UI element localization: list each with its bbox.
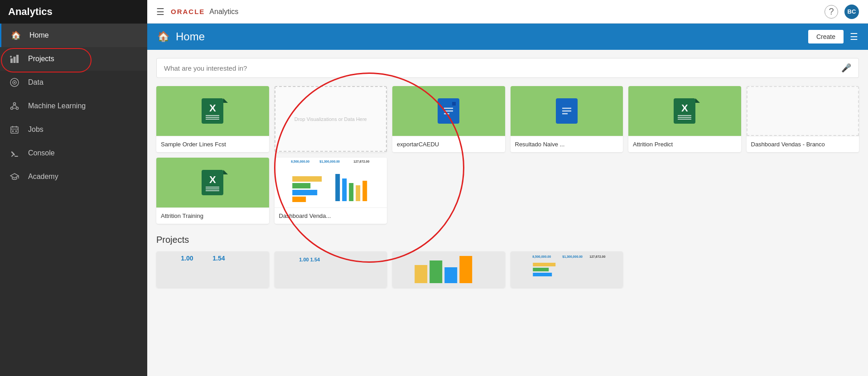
card-dashboard-venda-chart[interactable]: 8,500,000.00 $1,300,000.00 127,672.00: [275, 158, 387, 224]
svg-text:8,500,000.00: 8,500,000.00: [291, 160, 309, 164]
drop-hint-text: Drop Visualizations or Data Here: [291, 113, 371, 125]
svg-rect-13: [11, 127, 18, 133]
projects-section-title: Projects: [156, 235, 859, 245]
sidebar-title: Analytics: [8, 6, 53, 18]
excel-lines-sample: [206, 115, 219, 120]
svg-text:1.00 1.54: 1.00 1.54: [299, 257, 320, 262]
svg-rect-54: [533, 263, 555, 266]
project-card-2[interactable]: 1.00 1.54: [275, 251, 387, 288]
project-card-3[interactable]: [392, 251, 505, 288]
svg-text:$1,300,000.00: $1,300,000.00: [319, 160, 340, 164]
card-label-sample-order: Sample Order Lines Fcst: [156, 136, 269, 152]
card-thumb-dashboard-vendas: [747, 86, 859, 136]
svg-rect-37: [292, 190, 317, 195]
project-card-1[interactable]: 1.00 1.54: [156, 251, 269, 288]
topbar: ☰ ORACLE Analytics ? BC: [147, 0, 868, 24]
sidebar-item-data[interactable]: Data: [0, 71, 147, 94]
svg-text:1.54: 1.54: [212, 255, 225, 262]
sidebar-item-academy[interactable]: Academy: [0, 165, 147, 188]
svg-point-7: [14, 103, 16, 105]
card-dashboard-vendas-branco[interactable]: Dashboard Vendas - Branco: [747, 86, 859, 152]
sidebar-item-home[interactable]: 🏠 Home: [0, 24, 147, 47]
svg-rect-41: [349, 183, 353, 201]
sidebar-label-data: Data: [28, 78, 43, 87]
sidebar-item-ml[interactable]: Machine Learning: [0, 94, 147, 118]
header-menu-icon[interactable]: ☰: [850, 31, 858, 42]
card-thumb-attrition-training: X: [156, 158, 269, 207]
svg-rect-43: [362, 181, 367, 201]
card-thumb-resultado: [511, 86, 623, 136]
sidebar-label-ml: Machine Learning: [28, 102, 86, 110]
svg-point-6: [14, 82, 15, 83]
svg-rect-49: [444, 267, 457, 283]
project-card-4[interactable]: 8,500,000.00 $1,300,000.00 127,672.00: [511, 251, 623, 288]
svg-rect-40: [342, 178, 347, 201]
sidebar-label-jobs: Jobs: [28, 125, 43, 134]
sidebar-nav: 🏠 Home Projects: [0, 24, 147, 376]
doc-icon-exportar: [438, 98, 459, 124]
svg-rect-39: [335, 174, 340, 201]
microphone-icon[interactable]: 🎤: [841, 63, 851, 73]
svg-text:8,500,000.00: 8,500,000.00: [532, 255, 551, 259]
svg-point-3: [10, 56, 12, 58]
card-attrition-training[interactable]: X Attrition Training: [156, 158, 269, 224]
sidebar-label-projects: Projects: [28, 55, 54, 63]
sidebar-label-console: Console: [28, 149, 55, 157]
card-exportar[interactable]: exportarCAEDU: [392, 86, 505, 152]
card-thumb-empty: Drop Visualizations or Data Here: [275, 86, 387, 152]
svg-text:$1,300,000.00: $1,300,000.00: [562, 255, 583, 259]
sidebar-item-jobs[interactable]: Jobs: [0, 118, 147, 141]
hamburger-icon[interactable]: ☰: [156, 6, 164, 17]
svg-rect-24: [452, 102, 456, 106]
project-thumb-4: 8,500,000.00 $1,300,000.00 127,672.00: [511, 251, 623, 288]
excel-x-sample: X: [209, 102, 216, 114]
svg-rect-35: [292, 176, 322, 182]
card-thumb-dashboard-chart: 8,500,000.00 $1,300,000.00 127,672.00: [275, 158, 387, 207]
sidebar-item-projects[interactable]: Projects: [0, 47, 147, 71]
help-button[interactable]: ?: [825, 5, 838, 19]
svg-text:127,672.00: 127,672.00: [589, 255, 605, 259]
card-thumb-exportar: [392, 86, 505, 136]
svg-rect-50: [459, 256, 472, 283]
excel-x-attrition: X: [681, 102, 688, 114]
svg-rect-56: [533, 273, 552, 276]
console-icon: [9, 148, 20, 159]
card-label-attrition-training: Attrition Training: [156, 207, 269, 224]
svg-rect-55: [533, 268, 549, 271]
svg-rect-2: [16, 55, 19, 63]
data-icon: [9, 77, 20, 88]
excel-icon-sample: X: [202, 98, 223, 124]
excel-x-training: X: [209, 174, 216, 186]
sidebar-item-console[interactable]: Console: [0, 141, 147, 165]
sidebar: Analytics 🏠 Home Projects: [0, 0, 147, 376]
create-button[interactable]: Create: [808, 30, 844, 43]
academy-icon: [9, 171, 20, 182]
project-thumb-2: 1.00 1.54: [275, 251, 387, 288]
svg-rect-18: [15, 130, 17, 132]
svg-rect-48: [429, 260, 442, 283]
content-area: 🎤 X Sample Order Lines Fcst: [147, 50, 868, 376]
home-header-icon: 🏠: [157, 31, 169, 43]
project-thumb-3: [392, 251, 505, 288]
svg-text:1.00: 1.00: [181, 255, 193, 262]
recent-items-grid: X Sample Order Lines Fcst Drop Visualiza…: [156, 86, 859, 224]
card-empty-drop[interactable]: Drop Visualizations or Data Here: [275, 86, 387, 152]
excel-lines-training: [206, 187, 219, 191]
main-content: ☰ ORACLE Analytics ? BC 🏠 Home Create ☰ …: [147, 0, 868, 376]
search-input[interactable]: [164, 64, 841, 72]
excel-icon-training: X: [202, 170, 223, 195]
card-label-exportar: exportarCAEDU: [392, 136, 505, 152]
oracle-label: ORACLE: [171, 8, 205, 15]
projects-section: Projects 1.00 1.54 1.00 1.54: [156, 235, 859, 288]
card-label-dashboard-vendas-branco: Dashboard Vendas - Branco: [747, 136, 859, 152]
svg-rect-1: [14, 57, 16, 63]
excel-lines-attrition: [678, 115, 691, 120]
card-sample-order[interactable]: X Sample Order Lines Fcst: [156, 86, 269, 152]
search-bar: 🎤: [156, 58, 859, 78]
card-resultado-naive[interactable]: Resultado Naive ...: [511, 86, 623, 152]
jobs-icon: [9, 124, 20, 135]
projects-icon: [9, 53, 20, 64]
card-attrition-predict[interactable]: X Attrition Predict: [628, 86, 741, 152]
projects-grid: 1.00 1.54 1.00 1.54: [156, 251, 859, 288]
user-avatar[interactable]: BC: [844, 5, 859, 19]
